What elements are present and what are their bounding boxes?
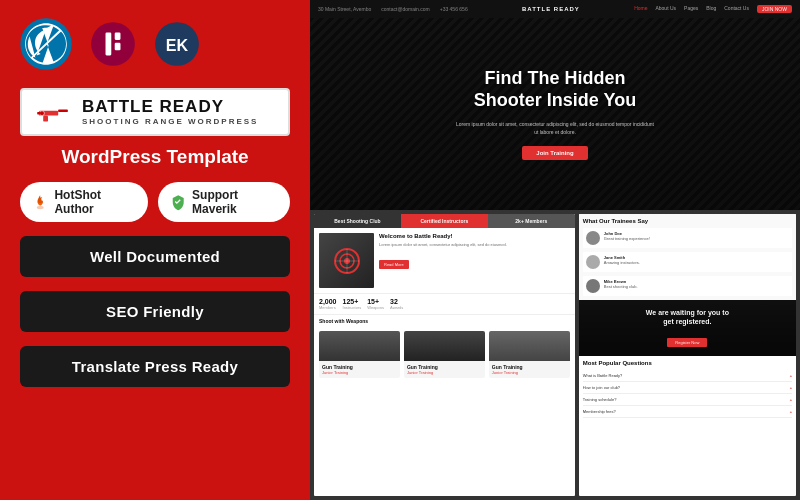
support-badge: Support Maverik <box>158 182 290 222</box>
review-content-1: John Doe Great training experience! <box>604 231 650 242</box>
stat-awards-value: 32 <box>390 298 403 305</box>
welcome-section: Welcome to Battle Ready! Lorem ipsum dol… <box>314 228 575 293</box>
elementor-icon <box>90 21 136 67</box>
faq-toggle-4[interactable]: + <box>790 409 792 414</box>
ek-icon: EK <box>154 21 200 67</box>
hotshot-label: HotShot Author <box>54 188 135 216</box>
nav-join-button[interactable]: JOIN NOW <box>757 5 792 13</box>
review-item-1: John Doe Great training experience! <box>583 228 792 248</box>
faq-question-3: Training schedule? <box>583 397 617 402</box>
testimonials-title: What Our Trainees Say <box>583 218 792 224</box>
wordpress-icon <box>20 18 72 70</box>
review-item-2: Jane Smith Amazing instructors. <box>583 252 792 272</box>
reviewer-text-1: Great training experience! <box>604 236 650 242</box>
hero-cta-button[interactable]: Join Training <box>522 146 587 160</box>
svg-rect-10 <box>43 116 48 122</box>
faq-toggle-2[interactable]: + <box>790 385 792 390</box>
welcome-text-block: Welcome to Battle Ready! Lorem ipsum dol… <box>379 233 570 288</box>
stat-instructors-label: Instructors <box>343 305 362 310</box>
stat-instructors: 125+ Instructors <box>343 298 362 310</box>
nav-logo: BATTLE READY <box>522 6 580 12</box>
svg-point-13 <box>37 206 44 209</box>
read-more-button[interactable]: Read More <box>379 260 409 269</box>
feature-seo-friendly: SEO Friendly <box>20 291 290 332</box>
logo-title: BATTLE READY <box>82 98 258 117</box>
right-panel: 30 Main Street, Avembo contact@domain.co… <box>310 0 800 500</box>
feature-well-documented: Well Documented <box>20 236 290 277</box>
target-icon <box>332 246 362 276</box>
hero-title: Find The HiddenShooter Inside You <box>474 68 636 111</box>
site-navbar: 30 Main Street, Avembo contact@domain.co… <box>310 0 800 18</box>
weapon-card-body-2: Gun Training Junior Training <box>404 361 485 378</box>
weapon-card-image-1 <box>319 331 400 361</box>
stat-awards-label: Awards <box>390 305 403 310</box>
support-label: Support Maverik <box>192 188 278 216</box>
stat-weapons: 15+ Weapons <box>367 298 384 310</box>
svg-rect-9 <box>58 110 68 112</box>
weapon-sub-2: Junior Training <box>407 370 482 375</box>
hotshot-badge: HotShot Author <box>20 182 148 222</box>
mockup-container: 30 Main Street, Avembo contact@domain.co… <box>310 0 800 500</box>
nav-phone: +33 456 656 <box>440 6 468 12</box>
nav-link-blog[interactable]: Blog <box>706 5 716 13</box>
testimonials-section: What Our Trainees Say John Doe Great tra… <box>579 214 796 300</box>
faq-section-title: Most Popular Questions <box>583 360 792 366</box>
left-panel: EK BATTLE READY SHOOTING RANGE WORDPRESS… <box>0 0 310 500</box>
cta-register-button[interactable]: Register Now <box>667 338 707 347</box>
nav-link-home[interactable]: Home <box>634 5 647 13</box>
svg-point-2 <box>91 22 135 66</box>
hero-section: Find The HiddenShooter Inside You Lorem … <box>310 18 800 210</box>
logo-subtitle: SHOOTING RANGE WORDPRESS <box>82 117 258 126</box>
faq-item-4[interactable]: Membership fees? + <box>583 406 792 418</box>
logo-text: BATTLE READY SHOOTING RANGE WORDPRESS <box>82 98 258 126</box>
stat-members: 2,000 Members <box>319 298 337 310</box>
svg-text:EK: EK <box>166 36 189 54</box>
hero-description: Lorem ipsum dolor sit amet, consectetur … <box>455 120 655 136</box>
weapon-sub-1: Junior Training <box>322 370 397 375</box>
template-label: WordPress Template <box>20 146 290 168</box>
reviewer-avatar-1 <box>586 231 600 245</box>
faq-item-1[interactable]: What is Battle Ready? + <box>583 370 792 382</box>
mockup-left: Best Shooting Club Certified Instructors… <box>314 214 575 496</box>
review-content-2: Jane Smith Amazing instructors. <box>604 255 640 266</box>
faq-toggle-1[interactable]: + <box>790 373 792 378</box>
review-content-3: Mike Brown Best shooting club. <box>604 279 638 290</box>
nav-link-contact[interactable]: Contact Us <box>724 5 749 13</box>
nav-address: 30 Main Street, Avembo <box>318 6 371 12</box>
badge-row: HotShot Author Support Maverik <box>20 182 290 222</box>
weapon-sub-3: Junior Training <box>492 370 567 375</box>
review-item-3: Mike Brown Best shooting club. <box>583 276 792 296</box>
svg-rect-4 <box>115 33 121 40</box>
stat-weapons-value: 15+ <box>367 298 384 305</box>
section-best-club: Best Shooting Club <box>314 214 401 228</box>
weapon-card-image-3 <box>489 331 570 361</box>
gun-icon <box>36 98 72 126</box>
cta-title: We are waiting for you toget registered. <box>587 308 788 326</box>
stat-members-label: Members <box>319 305 337 310</box>
svg-rect-5 <box>115 43 121 50</box>
weapon-cards-row: Gun Training Junior Training Gun Trainin… <box>314 327 575 382</box>
faq-section: Most Popular Questions What is Battle Re… <box>579 356 796 422</box>
reviewer-text-3: Best shooting club. <box>604 284 638 290</box>
site-top-mockup: 30 Main Street, Avembo contact@domain.co… <box>310 0 800 210</box>
feature-translate-press: Translate Press Ready <box>20 346 290 387</box>
weapon-card-2: Gun Training Junior Training <box>404 331 485 378</box>
nav-link-about[interactable]: About Us <box>655 5 676 13</box>
reviewer-avatar-3 <box>586 279 600 293</box>
welcome-body: Lorem ipsum dolor sit amet, consectetur … <box>379 242 570 248</box>
weapon-card-image-2 <box>404 331 485 361</box>
logo-box: BATTLE READY SHOOTING RANGE WORDPRESS <box>20 88 290 136</box>
faq-question-1: What is Battle Ready? <box>583 373 623 378</box>
faq-toggle-3[interactable]: + <box>790 397 792 402</box>
stat-members-value: 2,000 <box>319 298 337 305</box>
faq-item-3[interactable]: Training schedule? + <box>583 394 792 406</box>
stats-numbers-row: 2,000 Members 125+ Instructors 15+ Weapo… <box>314 293 575 314</box>
nav-info: 30 Main Street, Avembo contact@domain.co… <box>318 6 468 12</box>
faq-item-2[interactable]: How to join our club? + <box>583 382 792 394</box>
nav-link-pages[interactable]: Pages <box>684 5 698 13</box>
reviews-list: John Doe Great training experience! Jane… <box>583 228 792 296</box>
site-bottom-mockups: Best Shooting Club Certified Instructors… <box>310 210 800 500</box>
weapon-card-1: Gun Training Junior Training <box>319 331 400 378</box>
stat-weapons-label: Weapons <box>367 305 384 310</box>
svg-rect-12 <box>37 112 41 114</box>
